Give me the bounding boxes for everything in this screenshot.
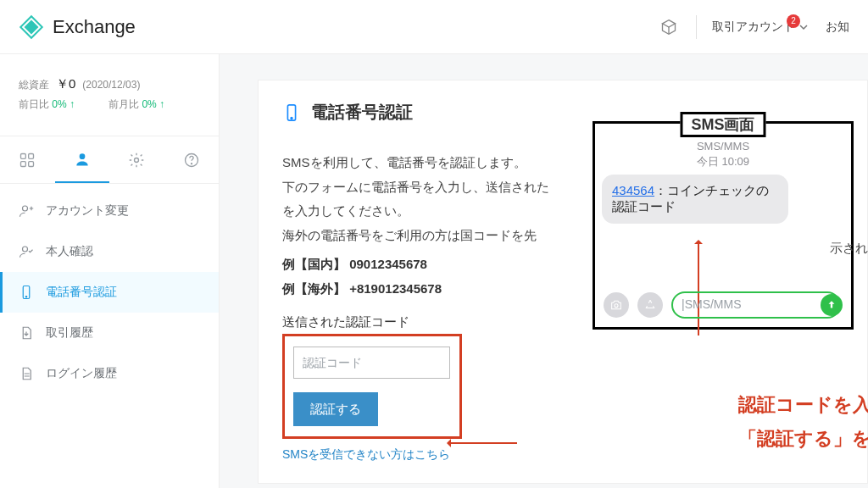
svg-rect-4 xyxy=(21,161,26,166)
svg-point-10 xyxy=(23,206,28,211)
verification-code-input[interactable] xyxy=(293,347,450,379)
sidebar-tabs xyxy=(0,136,219,184)
svg-rect-5 xyxy=(29,161,34,166)
sidebar-nav: アカウント変更 本人確認 電話番号認証 取引履歴 xyxy=(0,184,219,394)
sidebar: 総資産 ￥0 (2020/12/03) 前日比 0% 前月比 0% xyxy=(0,54,220,488)
phone-icon xyxy=(282,103,301,122)
sidebar-item-account-change[interactable]: アカウント変更 xyxy=(0,191,219,231)
page-title-text: 電話番号認証 xyxy=(311,101,413,124)
sidebar-item-kyc[interactable]: 本人確認 xyxy=(0,231,219,272)
sidebar-item-login-history[interactable]: ログイン履歴 xyxy=(0,353,219,394)
brand-logo: Exchange xyxy=(19,14,136,40)
logo-icon xyxy=(19,14,44,40)
prev-month-pct: 0% xyxy=(142,98,164,110)
sidebar-item-label: アカウント変更 xyxy=(46,203,129,219)
sidebar-item-label: 取引履歴 xyxy=(46,325,93,341)
sidebar-item-label: ログイン履歴 xyxy=(46,366,117,381)
brand-name: Exchange xyxy=(53,16,136,38)
arrow-from-sms-icon xyxy=(698,242,699,336)
sms-code-link[interactable]: 434564 xyxy=(612,183,654,197)
appstore-icon[interactable] xyxy=(637,292,663,318)
chevron-down-icon xyxy=(798,22,809,32)
sidebar-item-phone-verify[interactable]: 電話番号認証 xyxy=(0,272,219,313)
svg-point-15 xyxy=(291,117,292,119)
main-area: 電話番号認証 SMSを利用して、電話番号を認証します。 下のフォームに電話番号を… xyxy=(220,54,868,488)
annotation-text: 認証コードを入力して 「認証する」をクリック xyxy=(738,388,868,455)
svg-point-6 xyxy=(79,153,85,159)
cropped-tail-text: 示され xyxy=(830,241,868,257)
sidebar-item-label: 本人確認 xyxy=(46,244,93,259)
user-plus-icon xyxy=(19,203,34,219)
notification-badge: 2 xyxy=(787,14,800,28)
tab-settings[interactable] xyxy=(109,136,164,183)
example-domestic-value: 09012345678 xyxy=(349,257,427,271)
prev-day-pct: 0% xyxy=(52,98,75,110)
sms-textfield-placeholder: SMS/MMS xyxy=(685,297,742,311)
prev-month-label: 前月比 xyxy=(108,98,139,110)
assets-date: (2020/12/03) xyxy=(82,79,140,91)
sms-screenshot: SMS画面 SMS/MMS 今日 10:09 434564：コインチェックの認証… xyxy=(593,121,854,330)
tab-help[interactable] xyxy=(164,136,220,183)
assets-label: 総資産 xyxy=(19,78,49,92)
account-menu-label: 取引アカウント xyxy=(712,19,795,35)
svg-rect-1 xyxy=(25,20,37,32)
sms-timestamp: 今日 10:09 xyxy=(602,154,844,169)
sms-caption: SMS画面 xyxy=(680,112,765,137)
header-tail-text: お知 xyxy=(826,19,849,35)
header-divider xyxy=(696,15,697,39)
assets-value: ￥0 xyxy=(56,76,75,92)
document-icon xyxy=(19,366,34,381)
tab-dashboard[interactable] xyxy=(0,136,55,183)
phone-icon xyxy=(19,285,34,300)
sms-help-link[interactable]: SMSを受信できない方はこちら xyxy=(282,447,450,461)
example-domestic-label: 例【国内】 xyxy=(282,257,346,271)
sms-service: SMS/MMS xyxy=(602,139,844,154)
sidebar-item-trade-history[interactable]: 取引履歴 xyxy=(0,313,219,353)
annotation-line2: 「認証する」をクリック xyxy=(738,422,868,456)
account-menu[interactable]: 取引アカウント 2 xyxy=(712,19,809,35)
svg-rect-2 xyxy=(21,153,26,158)
document-download-icon xyxy=(19,325,34,341)
svg-point-16 xyxy=(615,304,618,308)
sms-textfield[interactable]: |SMS/MMS xyxy=(671,291,841,319)
prev-day-label: 前日比 xyxy=(19,98,49,110)
verify-button[interactable]: 認証する xyxy=(293,392,378,426)
example-intl-label: 例【海外】 xyxy=(282,281,346,296)
svg-point-13 xyxy=(25,297,27,298)
annotation-line1: 認証コードを入力して xyxy=(738,388,868,422)
sidebar-item-label: 電話番号認証 xyxy=(46,285,117,300)
tab-account[interactable] xyxy=(55,136,110,183)
verify-box: 認証する xyxy=(282,334,462,439)
app-header: Exchange 取引アカウント 2 お知 xyxy=(0,0,868,54)
sms-message-bubble: 434564：コインチェックの認証コード xyxy=(602,175,788,224)
svg-rect-3 xyxy=(29,153,34,158)
svg-point-7 xyxy=(135,158,139,162)
assets-summary: 総資産 ￥0 (2020/12/03) 前日比 0% 前月比 0% xyxy=(0,76,219,125)
arrow-to-button-icon xyxy=(449,442,517,444)
desc-line: 下のフォームに電話番号を入力し、送信された xyxy=(282,180,549,194)
svg-point-11 xyxy=(23,247,28,252)
user-check-icon xyxy=(19,244,34,259)
sms-compose-row: |SMS/MMS xyxy=(602,291,844,319)
example-intl-value: +819012345678 xyxy=(349,281,442,296)
svg-point-9 xyxy=(191,163,192,164)
cube-icon[interactable] xyxy=(660,19,677,36)
camera-icon[interactable] xyxy=(604,292,629,318)
